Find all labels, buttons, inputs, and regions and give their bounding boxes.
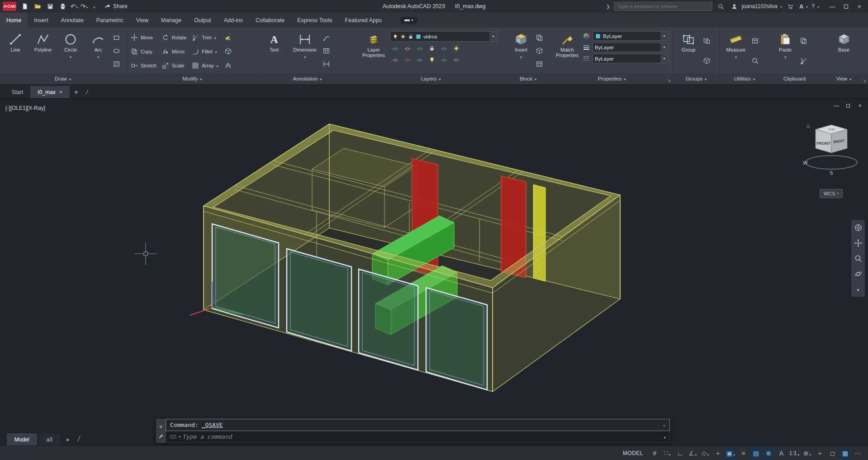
autocad-logo[interactable]: A·CAD — [3, 2, 16, 11]
scale-button[interactable]: Scale — [161, 58, 188, 72]
lineweight-icon[interactable] — [583, 43, 590, 51]
command-customize-icon[interactable] — [158, 433, 164, 441]
layer-tool-icon[interactable] — [427, 55, 437, 64]
share-button[interactable]: Share — [104, 3, 128, 10]
panel-expander-icon[interactable]: ↘ — [863, 78, 866, 83]
collapse-chevron-icon[interactable]: ❯ — [606, 4, 610, 9]
viewport-close-icon[interactable]: × — [856, 102, 863, 109]
ortho-toggle[interactable]: ∟ — [674, 448, 686, 459]
fillet-button[interactable]: Fillet — [190, 44, 219, 58]
autocomplete-arrow-icon[interactable] — [664, 435, 666, 439]
polyline-button[interactable]: Polyline — [30, 29, 56, 72]
mirror-button[interactable]: Mirror — [161, 44, 188, 58]
layout-overflow-icon[interactable] — [75, 433, 83, 446]
panel-label-groups[interactable]: Groups — [673, 73, 719, 84]
command-input-row[interactable] — [166, 431, 670, 443]
move-button[interactable]: Move — [129, 30, 158, 44]
linetype-dropdown-chevron-icon[interactable] — [660, 54, 668, 63]
app-store-cart-icon[interactable] — [786, 1, 796, 11]
ribbon-tab-addins[interactable]: Add-ins — [218, 13, 249, 28]
quick-calc-button[interactable] — [751, 37, 759, 45]
ribbon-tab-express-tools[interactable]: Express Tools — [291, 13, 339, 28]
svg-text:S[interactable]: S — [830, 170, 833, 175]
search-input[interactable] — [617, 4, 709, 9]
glass-panel-4[interactable] — [426, 288, 487, 390]
layer-dropdown-chevron-icon[interactable] — [489, 32, 497, 41]
lineweight-select[interactable]: ByLayer — [593, 43, 669, 52]
copy-clip-button[interactable] — [800, 37, 807, 45]
glass-panel-3[interactable] — [359, 269, 418, 370]
isodraft-toggle[interactable]: ◇ — [700, 448, 711, 459]
panel-label-utilities[interactable]: Utilities — [720, 73, 769, 84]
ribbon-tab-parametric[interactable]: Parametric — [90, 13, 130, 28]
new-drawing-tab-button[interactable] — [70, 86, 82, 98]
stretch-button[interactable]: Stretch — [129, 58, 158, 72]
new-file-button[interactable] — [19, 1, 31, 12]
object-color-icon[interactable] — [583, 32, 590, 40]
layer-color-swatch-icon[interactable] — [415, 33, 422, 40]
rotate-button[interactable]: Rotate — [161, 30, 188, 44]
annotation-monitor-button[interactable]: + — [814, 448, 825, 459]
search-icon[interactable] — [716, 1, 726, 11]
panel-label-clipboard[interactable]: Clipboard — [770, 73, 819, 84]
layer-tool-icon[interactable] — [439, 55, 450, 64]
layer-tool-icon[interactable] — [390, 55, 401, 64]
panel-label-view[interactable]: View↘ — [820, 73, 868, 84]
measure-button[interactable]: Measure — [722, 29, 750, 72]
help-search[interactable] — [614, 2, 712, 11]
model-space-label[interactable]: MODEL — [623, 450, 643, 456]
arc-button[interactable]: Arc — [85, 29, 111, 72]
explode-button[interactable] — [223, 47, 234, 55]
tab-close-icon[interactable] — [59, 89, 63, 95]
dimension-button[interactable]: Dimension — [289, 29, 321, 72]
layer-tool-icon[interactable] — [451, 55, 462, 64]
workspace-button[interactable]: ⊛ — [802, 448, 813, 459]
layer-tool-icon[interactable] — [414, 43, 425, 53]
layer-lock-icon[interactable] — [408, 33, 414, 40]
navbar-more-icon[interactable] — [857, 285, 859, 293]
layer-tool-icon[interactable] — [390, 43, 401, 53]
ellipse-button[interactable] — [113, 47, 121, 55]
edit-block-button[interactable] — [536, 47, 543, 55]
ribbon-display-toggle[interactable]: ▾ — [400, 17, 418, 24]
viewcube-home-icon[interactable]: ⌂ — [806, 123, 810, 129]
maximize-button[interactable] — [839, 0, 853, 13]
file-tab-start[interactable]: Start — [5, 86, 30, 98]
base-button[interactable]: Base — [831, 29, 857, 72]
save-button[interactable] — [44, 1, 56, 12]
selection-cycling-toggle[interactable]: ▤ — [750, 448, 762, 459]
graphics-performance-toggle[interactable]: ▦ — [840, 448, 851, 459]
ucs-selector[interactable]: WCS — [820, 189, 843, 198]
isolate-objects-button[interactable]: ◻ — [827, 448, 838, 459]
gizmo-toggle[interactable]: ⊕ — [763, 448, 774, 459]
osnap-tracking-toggle[interactable]: + — [712, 448, 724, 459]
attributes-button[interactable] — [536, 60, 543, 68]
annotation-visibility-toggle[interactable]: A — [776, 448, 787, 459]
panel-label-draw[interactable]: Draw — [0, 73, 126, 84]
ungroup-button[interactable] — [703, 37, 711, 45]
layer-select[interactable]: vidros — [390, 31, 498, 42]
layer-thaw-sun-icon[interactable] — [400, 33, 406, 40]
tab-overflow-icon[interactable] — [82, 86, 91, 98]
orbit-icon[interactable] — [854, 270, 863, 278]
view-cube[interactable]: ⌂ TOP FRONT RIGHT W S — [802, 119, 861, 192]
autodesk-app-menu[interactable]: A — [799, 3, 808, 10]
insert-button[interactable]: Insert — [508, 29, 534, 72]
circle-button[interactable]: Circle — [57, 29, 84, 72]
zoom-icon[interactable] — [854, 254, 863, 263]
viewport-controls-label[interactable]: [-][OLE1][X-Ray] — [5, 105, 45, 111]
minimize-button[interactable]: — — [825, 0, 839, 13]
ribbon-tab-annotate[interactable]: Annotate — [55, 13, 90, 28]
help-menu[interactable]: ? — [811, 3, 819, 9]
layer-tool-icon[interactable] — [402, 43, 413, 53]
create-block-button[interactable] — [536, 34, 543, 42]
undo-button[interactable]: ↶ — [70, 1, 79, 12]
command-close-icon[interactable] — [159, 424, 163, 430]
history-scroll-up-icon[interactable] — [663, 423, 665, 427]
model-tab[interactable]: Model — [6, 433, 38, 446]
layer-tool-icon[interactable] — [427, 43, 437, 53]
lineweight-dropdown-chevron-icon[interactable] — [660, 43, 668, 52]
command-history[interactable]: Command: _QSAVE — [166, 419, 670, 431]
command-window-grip[interactable] — [156, 419, 166, 443]
layer-tool-icon[interactable] — [439, 43, 450, 53]
